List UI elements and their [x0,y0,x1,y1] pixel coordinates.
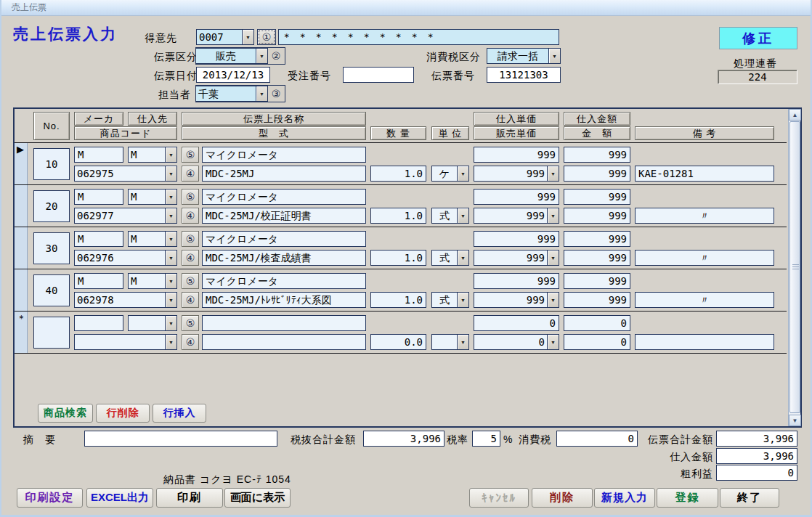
scroll-up-button[interactable]: ▲ [789,109,801,121]
unit-combo[interactable]: 式 ▼ [431,208,469,224]
dropdown-arrow-icon[interactable]: ▼ [165,147,176,162]
order-no-field[interactable] [343,67,414,83]
upper-name-field[interactable]: マイクロメータ [202,231,366,247]
print-button[interactable]: 印刷 [156,488,223,508]
dropdown-arrow-icon[interactable]: ▼ [165,232,176,246]
supplier-combo[interactable]: M ▼ [128,147,177,163]
remarks-field[interactable]: 〃 [635,250,774,266]
exit-button[interactable]: 終了 [720,488,779,508]
row-no-field[interactable]: 40 [33,274,70,306]
dropdown-arrow-icon[interactable]: ▼ [457,251,468,265]
row-no-field[interactable] [33,317,70,349]
dropdown-arrow-icon[interactable]: ▼ [165,335,176,349]
dropdown-arrow-icon[interactable]: ▼ [165,166,176,181]
cost-amount-field[interactable]: 999 [564,189,630,205]
row-no-field[interactable]: 10 [33,148,70,180]
slip-type-combo[interactable]: 販売 ▼ [195,48,268,64]
unit-combo[interactable]: 式 ▼ [431,292,469,308]
product-code-combo[interactable]: 062977 ▼ [74,208,177,224]
qty-field[interactable]: 1.0 [370,250,426,266]
dropdown-arrow-icon[interactable]: ▼ [457,293,468,307]
circle4-button[interactable]: ④ [182,166,199,182]
dropdown-arrow-icon[interactable]: ▼ [165,293,176,307]
cost-price-field[interactable]: 999 [474,273,559,289]
summary-field[interactable] [84,431,277,447]
upper-name-field[interactable] [202,315,366,331]
model-field[interactable]: MDC-25MJ/校正証明書 [202,208,366,224]
customer-name-field[interactable]: ＊＊＊＊＊＊＊＊＊＊ [278,29,559,45]
new-entry-button[interactable]: 新規入力 [594,488,655,508]
amount-field[interactable]: 999 [564,292,630,308]
remarks-field[interactable]: 〃 [635,292,774,308]
cost-price-field[interactable]: 0 [474,315,559,331]
cost-amount-field[interactable]: 0 [564,315,630,331]
qty-field[interactable]: 0.0 [370,334,426,350]
row-selector[interactable] [15,269,28,311]
remarks-field[interactable]: 〃 [635,208,774,224]
amount-field[interactable]: 999 [564,208,630,224]
upper-name-field[interactable]: マイクロメータ [202,273,366,289]
cost-price-field[interactable]: 999 [474,189,559,205]
dropdown-arrow-icon[interactable]: ▼ [548,49,560,63]
supplier-combo[interactable]: ▼ [128,315,177,331]
cancel-button[interactable]: ｷｬﾝｾﾙ [469,488,529,508]
vertical-scrollbar[interactable]: ▲ ▼ [788,109,800,426]
circle5-button[interactable]: ⑤ [182,189,199,205]
cost-amount-field[interactable]: 999 [564,273,630,289]
product-code-combo[interactable]: 062978 ▼ [74,292,177,308]
model-field[interactable] [202,334,366,350]
cost-amount-field[interactable]: 999 [564,231,630,247]
cost-price-field[interactable]: 999 [474,231,559,247]
show-on-screen-button[interactable]: 画面に表示 [224,488,291,508]
dropdown-arrow-icon[interactable]: ▼ [165,208,176,223]
circle5-button[interactable]: ⑤ [182,231,199,247]
dropdown-arrow-icon[interactable]: ▼ [242,30,253,44]
maker-field[interactable]: M [74,273,123,289]
dropdown-arrow-icon[interactable]: ▼ [547,166,559,181]
dropdown-arrow-icon[interactable]: ▼ [165,190,176,204]
dropdown-arrow-icon[interactable]: ▼ [547,251,559,265]
upper-name-field[interactable]: マイクロメータ [202,147,366,163]
insert-row-button[interactable]: 行挿入 [153,404,206,423]
model-field[interactable]: MDC-25MJ/検査成績書 [202,250,366,266]
dropdown-arrow-icon[interactable]: ▼ [457,335,468,349]
circle4-button[interactable]: ④ [182,208,199,224]
dropdown-arrow-icon[interactable]: ▼ [165,274,176,288]
unit-combo[interactable]: ケ ▼ [431,166,469,182]
circle4-button[interactable]: ④ [182,292,199,308]
dropdown-arrow-icon[interactable]: ▼ [457,208,468,223]
circle5-button[interactable]: ⑤ [182,147,199,163]
cost-amount-field[interactable]: 999 [564,147,630,163]
qty-field[interactable]: 1.0 [370,292,426,308]
dropdown-arrow-icon[interactable]: ▼ [165,251,176,265]
tax-type-combo[interactable]: 請求一括 ▼ [487,48,561,64]
sell-price-combo[interactable]: 999 ▼ [474,292,559,308]
remarks-field[interactable] [635,334,774,350]
print-settings-button[interactable]: 印刷設定 [17,488,83,508]
slip-date-field[interactable]: 2013/12/13 [196,67,270,83]
circle4-button[interactable]: ④ [182,334,199,350]
unit-combo[interactable]: ▼ [431,334,469,350]
staff-combo[interactable]: 千葉 ▼ [195,86,268,102]
model-field[interactable]: MDC-25MJ/ﾄﾚｻﾋﾞﾘﾃｨ大系図 [202,292,366,308]
supplier-combo[interactable]: M ▼ [128,231,177,247]
sell-price-combo[interactable]: 999 ▼ [474,250,559,266]
product-code-combo[interactable]: ▼ [74,334,177,350]
dropdown-arrow-icon[interactable]: ▼ [457,166,468,181]
supplier-combo[interactable]: M ▼ [128,189,177,205]
row-selector[interactable]: ▶ [15,143,28,184]
row-selector[interactable] [15,185,28,227]
amount-field[interactable]: 0 [564,334,630,350]
row-no-field[interactable]: 30 [33,232,70,264]
maker-field[interactable]: M [74,231,123,247]
supplier-combo[interactable]: M ▼ [128,273,177,289]
dropdown-arrow-icon[interactable]: ▼ [547,293,559,307]
circle4-button[interactable]: ④ [182,250,199,266]
scroll-down-button[interactable]: ▼ [789,415,801,426]
dropdown-arrow-icon[interactable]: ▼ [165,316,176,330]
customer-code-combo[interactable]: 0007 ▼ [196,29,254,45]
product-search-button[interactable]: 商品検索 [38,404,93,423]
register-button[interactable]: 登録 [657,488,718,508]
cost-price-field[interactable]: 999 [474,147,559,163]
delete-button[interactable]: 削除 [532,488,593,508]
